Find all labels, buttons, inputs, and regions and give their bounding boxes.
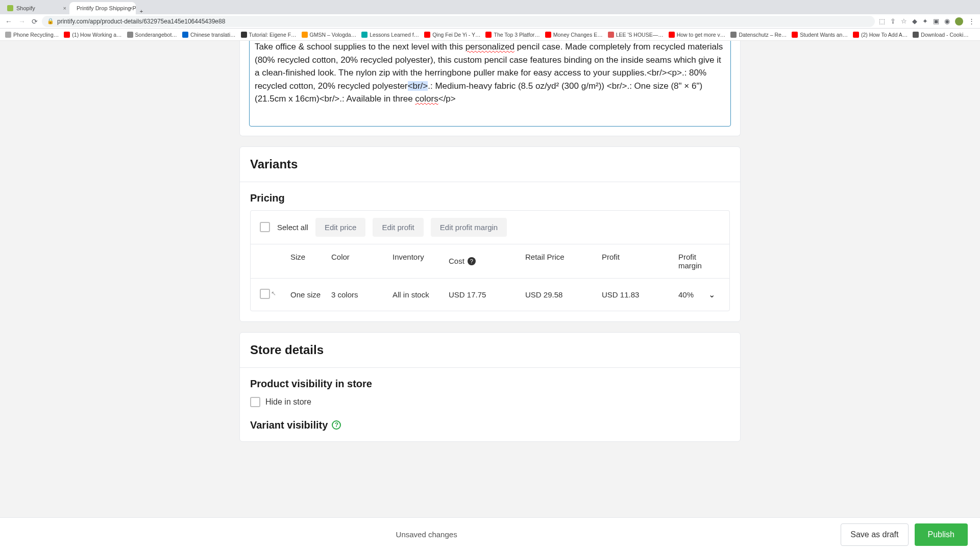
bookmark[interactable]: How to get more v… [669,32,726,38]
bookmark[interactable]: Qing Fei De Yi - Y… [424,32,480,38]
avatar[interactable] [955,17,963,26]
star-icon[interactable]: ☆ [901,17,907,26]
url-field[interactable]: 🔒 printify.com/app/product-details/63297… [42,16,875,27]
bookmark[interactable]: Datenschutz – Re… [730,32,787,38]
bookmarks-bar: Phone Recycling… (1) How Working a… Sond… [0,29,980,41]
menu-icon[interactable]: ⋮ [968,17,975,26]
youtube-icon [669,32,675,38]
bookmark-icon [913,32,919,38]
ext-icon[interactable]: ▣ [933,17,939,26]
favicon-shopify [7,5,13,11]
tab-printify[interactable]: Printify Drop Shipping Print o × [69,2,136,14]
browser-tabbar: Shopify × Printify Drop Shipping Print o… [0,0,980,14]
back-icon[interactable]: ← [5,17,12,26]
close-icon[interactable]: × [130,5,133,11]
puzzle-icon[interactable]: ✦ [922,17,928,26]
bookmark-icon [241,32,247,38]
bookmark-icon [608,32,614,38]
youtube-icon [424,32,430,38]
url-text: printify.com/app/product-details/632975e… [57,18,225,25]
translate-icon[interactable]: ⬚ [879,17,885,26]
bookmark[interactable]: Tutorial: Eigene F… [241,32,297,38]
youtube-icon [792,32,798,38]
bookmark[interactable]: (2) How To Add A… [853,32,908,38]
youtube-icon [545,32,551,38]
new-tab-button[interactable]: + [136,8,147,14]
bookmark-icon [5,32,11,38]
bookmark[interactable]: (1) How Working a… [64,32,121,38]
bookmark[interactable]: Student Wants an… [792,32,848,38]
tab-label: Printify Drop Shipping Print o [77,5,136,11]
extension-icon[interactable]: ◆ [912,17,917,26]
bookmark-icon [182,32,188,38]
bookmark-icon [302,32,308,38]
bookmark[interactable]: The Top 3 Platfor… [485,32,540,38]
youtube-icon [485,32,492,38]
youtube-icon [64,32,70,38]
bookmark[interactable]: Money Changes E… [545,32,603,38]
bookmark[interactable]: Chinese translati… [182,32,236,38]
bookmark-icon [127,32,133,38]
close-icon[interactable]: × [63,5,66,11]
bookmark[interactable]: Lessons Learned f… [361,32,419,38]
bookmark-icon [730,32,737,38]
bookmark[interactable]: Phone Recycling… [5,32,59,38]
address-bar: ← → ⟳ 🔒 printify.com/app/product-details… [0,14,980,29]
bookmark[interactable]: Sonderangebot… [127,32,177,38]
reload-icon[interactable]: ⟳ [32,17,38,26]
bookmark[interactable]: Download - Cooki… [913,32,968,38]
share-icon[interactable]: ⇪ [890,17,896,26]
ext2-icon[interactable]: ◉ [944,17,950,26]
bookmark[interactable]: GMSN – Vologda… [302,32,357,38]
bookmark[interactable]: LEE 'S HOUSE—… [608,32,664,38]
lock-icon: 🔒 [47,18,54,24]
youtube-icon [853,32,859,38]
tab-label: Shopify [16,5,35,11]
forward-icon[interactable]: → [18,17,26,26]
bookmark-icon [361,32,368,38]
tab-shopify[interactable]: Shopify × [3,2,69,14]
